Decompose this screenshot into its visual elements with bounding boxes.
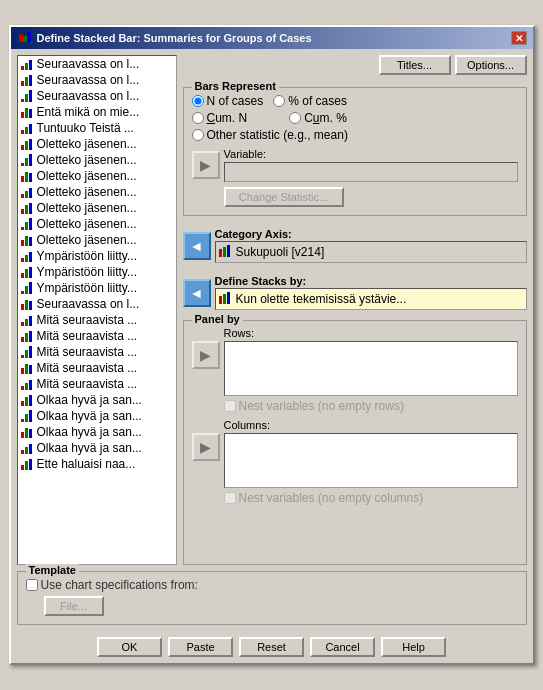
radio-pct-cases-label: % of cases (288, 94, 347, 108)
radio-row-1: N of cases % of cases (192, 94, 518, 108)
variable-section-label: Variable: (224, 148, 518, 160)
close-button[interactable]: ✕ (511, 31, 527, 45)
svg-rect-14 (29, 109, 32, 118)
nest-rows-label: Nest variables (no empty rows) (224, 399, 518, 413)
list-item[interactable]: Mitä seuraavista ... (18, 344, 176, 360)
bars-represent-group: Bars Represent N of cases % of cases Cum… (183, 87, 527, 216)
list-item[interactable]: Seuraavassa on l... (18, 88, 176, 104)
rows-arrow-btn[interactable]: ▶ (192, 341, 220, 369)
variable-arrow-btn[interactable]: ▶ (192, 151, 220, 179)
rows-container: Rows: Nest variables (no empty rows) (224, 327, 518, 413)
file-button[interactable]: File... (44, 596, 104, 616)
radio-cum-n[interactable]: Cum. N (192, 111, 248, 125)
svg-rect-34 (25, 222, 28, 230)
svg-rect-28 (25, 191, 28, 198)
define-stacks-arrow-btn[interactable]: ◄ (183, 279, 211, 307)
radio-n-cases[interactable]: N of cases (192, 94, 264, 108)
svg-rect-53 (29, 316, 32, 326)
svg-rect-55 (25, 333, 28, 342)
svg-rect-30 (21, 209, 24, 214)
svg-rect-80 (29, 459, 32, 470)
columns-arrow-btn[interactable]: ▶ (192, 433, 220, 461)
nest-rows-text: Nest variables (no empty rows) (239, 399, 404, 413)
variable-input[interactable] (224, 162, 518, 182)
category-axis-label: Category Axis: (215, 228, 527, 240)
list-item[interactable]: Oletteko jäsenen... (18, 168, 176, 184)
list-item[interactable]: Ympäristöön liitty... (18, 280, 176, 296)
radio-n-cases-label: N of cases (207, 94, 264, 108)
list-item[interactable]: Oletteko jäsenen... (18, 216, 176, 232)
title-text: Define Stacked Bar: Summaries for Groups… (37, 32, 312, 44)
use-chart-label[interactable]: Use chart specifications from: (26, 578, 518, 592)
list-item[interactable]: Olkaa hyvä ja san... (18, 424, 176, 440)
bottom-buttons: OK Paste Reset Cancel Help (11, 631, 533, 663)
list-item[interactable]: Olkaa hyvä ja san... (18, 440, 176, 456)
list-item[interactable]: Entä mikä on mie... (18, 104, 176, 120)
svg-rect-20 (29, 139, 32, 150)
list-item[interactable]: Mitä seuraavista ... (18, 376, 176, 392)
svg-rect-27 (21, 194, 24, 198)
list-item[interactable]: Oletteko jäsenen... (18, 136, 176, 152)
list-item[interactable]: Ympäristöön liitty... (18, 264, 176, 280)
help-button[interactable]: Help (381, 637, 446, 657)
svg-rect-12 (21, 112, 24, 118)
list-item[interactable]: Ette haluaisi naa... (18, 456, 176, 472)
category-axis-text: Sukupuoli [v214] (236, 245, 325, 259)
define-stacks-label: Define Stacks by: (215, 275, 527, 287)
svg-rect-86 (227, 292, 230, 304)
radio-cum-n-label: Cum. N (207, 111, 248, 125)
svg-rect-78 (21, 465, 24, 470)
list-item[interactable]: Olkaa hyvä ja san... (18, 408, 176, 424)
svg-rect-25 (25, 172, 28, 182)
radio-row-2: Cum. N Cum. % (192, 111, 518, 125)
list-item[interactable]: Seuraavassa on l... (18, 72, 176, 88)
svg-rect-66 (21, 401, 24, 406)
category-axis-arrow-btn[interactable]: ◄ (183, 232, 211, 260)
list-item[interactable]: Mitä seuraavista ... (18, 360, 176, 376)
svg-rect-8 (29, 75, 32, 86)
svg-rect-19 (25, 141, 28, 150)
svg-rect-7 (25, 77, 28, 86)
list-item[interactable]: Olkaa hyvä ja san... (18, 392, 176, 408)
svg-rect-16 (25, 127, 28, 134)
reset-button[interactable]: Reset (239, 637, 304, 657)
svg-rect-43 (25, 269, 28, 278)
radio-cum-pct[interactable]: Cum. % (289, 111, 347, 125)
columns-input[interactable] (224, 433, 518, 488)
list-item[interactable]: Oletteko jäsenen... (18, 184, 176, 200)
variable-list[interactable]: Seuraavassa on l... Seuraavassa on l... … (17, 55, 177, 565)
svg-rect-17 (29, 124, 32, 134)
list-item[interactable]: Tuntuuko Teistä ... (18, 120, 176, 136)
titles-button[interactable]: Titles... (379, 55, 451, 75)
columns-container: Columns: Nest variables (no empty column… (224, 419, 518, 505)
list-item[interactable]: Oletteko jäsenen... (18, 152, 176, 168)
svg-rect-75 (21, 450, 24, 454)
panel-by-label: Panel by (192, 313, 243, 325)
nest-cols-text: Nest variables (no empty columns) (239, 491, 424, 505)
svg-rect-77 (29, 444, 32, 454)
radio-pct-cases[interactable]: % of cases (273, 94, 347, 108)
dialog-body: Seuraavassa on l... Seuraavassa on l... … (11, 49, 533, 571)
options-button[interactable]: Options... (455, 55, 527, 75)
list-item[interactable]: Mitä seuraavista ... (18, 328, 176, 344)
list-item[interactable]: Oletteko jäsenen... (18, 232, 176, 248)
define-stacks-container: Define Stacks by: Kun olette tekemisissä… (215, 275, 527, 310)
rows-input[interactable] (224, 341, 518, 396)
list-item[interactable]: Ympäristöön liitty... (18, 248, 176, 264)
change-statistic-button[interactable]: Change Statistic... (224, 187, 344, 207)
svg-rect-5 (29, 60, 32, 70)
radio-other-statistic[interactable]: Other statistic (e.g., mean) (192, 128, 348, 142)
category-axis-value: Sukupuoli [v214] (215, 241, 527, 263)
cancel-button[interactable]: Cancel (310, 637, 375, 657)
list-item[interactable]: Seuraavassa on l... (18, 296, 176, 312)
svg-rect-74 (29, 429, 32, 438)
list-item[interactable]: Oletteko jäsenen... (18, 200, 176, 216)
svg-rect-10 (25, 94, 28, 102)
template-label: Template (26, 564, 79, 576)
list-item[interactable]: Seuraavassa on l... (18, 56, 176, 72)
svg-rect-50 (29, 301, 32, 310)
paste-button[interactable]: Paste (168, 637, 233, 657)
list-item[interactable]: Mitä seuraavista ... (18, 312, 176, 328)
ok-button[interactable]: OK (97, 637, 162, 657)
svg-rect-11 (29, 90, 32, 102)
